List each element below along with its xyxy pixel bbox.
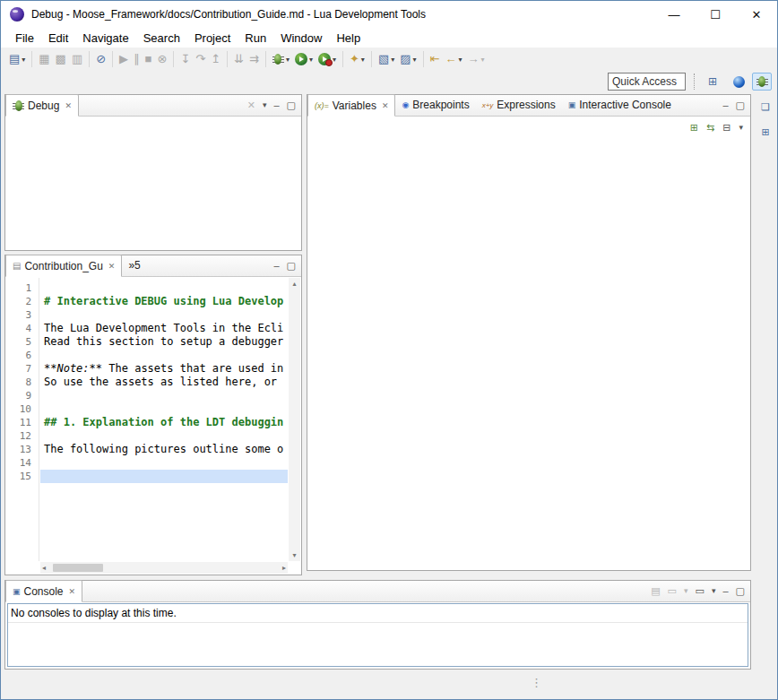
skip-breakpoints-button[interactable]: ⊘ [93,51,108,67]
view-menu-icon[interactable]: ▾ [739,124,743,132]
new-wizard-button[interactable]: ▧ ▾ [376,51,397,67]
minimize-view-icon[interactable]: – [722,586,728,596]
scrollbar-thumb[interactable] [53,564,103,572]
tab-expressions[interactable]: x+y Expressions [476,94,562,116]
drop-to-frame-button[interactable]: ⇊ [231,51,246,67]
maximize-view-icon[interactable]: ▢ [736,586,745,596]
code-line[interactable] [40,308,288,322]
chevron-down-icon[interactable]: ▾ [712,587,716,595]
pin-console-icon[interactable]: ▤ [651,586,660,596]
line-number: 8 [5,376,39,389]
debug-perspective-button[interactable] [752,73,772,91]
run-button[interactable]: ▾ [292,51,316,67]
step-return-button[interactable]: ↥ [208,51,223,67]
save-all-button[interactable]: ▩ [53,51,69,67]
code-line[interactable] [40,389,288,402]
tab-console[interactable]: ▣ Console ✕ [5,580,82,602]
code-line[interactable] [40,349,288,362]
close-icon[interactable]: ✕ [382,101,389,110]
open-console-icon[interactable]: ▭ [696,586,705,596]
collapse-all-icon[interactable]: ⊟ [722,123,730,133]
line-number-ruler[interactable]: 1 2 3 4 5 6 7 8 9 10 11 12 13 14 15 [5,278,39,561]
last-edit-location-button[interactable]: ⇤ [428,51,443,67]
code-line[interactable]: The Lua Development Tools in the Ecli [40,322,288,335]
remove-terminated-button[interactable]: ✕ [247,100,255,110]
minimize-view-icon[interactable]: – [722,100,728,110]
scroll-right-icon[interactable]: ▸ [282,564,286,572]
menu-help[interactable]: Help [329,30,367,47]
editor-overflow-tab[interactable]: »5 [122,255,146,276]
display-console-icon[interactable]: ▭ [668,586,677,596]
maximize-view-icon[interactable]: ▢ [736,100,745,110]
restore-view-icon[interactable]: ❏ [756,98,774,116]
menu-file[interactable]: File [8,30,41,47]
code-line[interactable]: # Interactive DEBUG using Lua Develop [40,295,288,308]
menu-search[interactable]: Search [136,30,187,47]
editor-horizontal-scrollbar[interactable]: ◂ ▸ [40,562,288,574]
terminate-button[interactable]: ■ [143,51,155,67]
resume-button[interactable]: ▶ [117,51,131,67]
external-tools-button[interactable]: ✦ ▾ [347,51,367,67]
forward-button[interactable]: → ▾ [464,51,487,67]
editor-text-area[interactable]: # Interactive DEBUG using Lua Develop Th… [40,278,288,561]
close-button[interactable]: ✕ [736,1,777,28]
tab-debug[interactable]: Debug ✕ [5,94,79,117]
scroll-down-icon[interactable]: ▾ [292,551,296,559]
step-over-button[interactable]: ↷ [193,51,208,67]
scroll-up-icon[interactable]: ▴ [292,280,296,288]
suspend-button[interactable]: ∥ [131,51,143,67]
step-filters-button[interactable]: ⇉ [246,51,262,67]
maximize-button[interactable]: ☐ [695,1,736,28]
tab-variables[interactable]: (x)= Variables ✕ [307,94,395,117]
disconnect-button[interactable]: ⊗ [154,51,169,67]
close-icon[interactable]: ✕ [108,262,116,271]
new-button[interactable]: ▤ ▾ [6,51,28,67]
tab-contribution-guide[interactable]: ▤ Contribution_Gu ✕ [5,255,122,277]
code-line[interactable]: Read this section to setup a debugger [40,335,288,349]
quick-access-input[interactable] [608,73,686,91]
menu-project[interactable]: Project [187,30,238,47]
code-line[interactable]: The following pictures outline some o [40,443,288,456]
open-perspective-button[interactable]: ⊞ [703,73,722,91]
show-type-names-icon[interactable]: ⊞ [690,123,698,133]
minimize-view-icon[interactable]: – [273,100,279,110]
scroll-left-icon[interactable]: ◂ [42,564,46,572]
code-line[interactable] [40,402,288,416]
code-line[interactable]: So use the assets as listed here, or [40,376,288,389]
show-logical-structures-icon[interactable]: ⇆ [706,123,714,133]
code-line[interactable] [40,456,288,470]
code-line[interactable] [40,429,288,443]
editor-vertical-scrollbar[interactable]: ▴ ▾ [289,278,300,561]
minimized-view-stack-icon[interactable]: ⊞ [756,123,774,141]
app-icon[interactable] [10,7,24,22]
coverage-button[interactable]: ▾ [316,51,339,67]
code-line[interactable] [40,281,288,295]
code-line[interactable]: ## 1. Explanation of the LDT debuggin [40,416,288,429]
minimize-view-icon[interactable]: – [273,261,279,271]
maximize-view-icon[interactable]: ▢ [287,261,296,271]
lua-perspective-button[interactable] [729,73,748,91]
menu-navigate[interactable]: Navigate [75,30,135,47]
tab-breakpoints[interactable]: ◉ Breakpoints [395,94,475,116]
close-icon[interactable]: ✕ [65,101,72,110]
code-line[interactable]: **Note:** The assets that are used in [40,362,288,376]
back-button[interactable]: ← ▾ [442,51,464,67]
maximize-view-icon[interactable]: ▢ [287,100,296,110]
tab-interactive-console[interactable]: ▣ Interactive Console [562,94,678,116]
step-into-button[interactable]: ↧ [177,51,193,67]
debug-button[interactable]: ▾ [270,51,292,67]
minimize-button[interactable]: — [653,1,695,28]
splitter-grip-icon[interactable]: ⋮ [531,677,542,688]
menu-edit[interactable]: Edit [41,30,75,47]
close-icon[interactable]: ✕ [69,587,76,596]
menu-window[interactable]: Window [273,30,329,47]
console-content[interactable]: No consoles to display at this time. [7,603,748,667]
new-icon: ▤ [9,53,20,65]
save-button[interactable]: ▦ [36,51,52,67]
print-button[interactable]: ▥ [69,51,85,67]
code-line-current[interactable] [40,470,288,483]
view-menu-icon[interactable]: ▾ [263,101,267,109]
chevron-down-icon[interactable]: ▾ [684,587,688,595]
menu-run[interactable]: Run [238,30,273,47]
open-element-button[interactable]: ▨ ▾ [397,51,419,67]
